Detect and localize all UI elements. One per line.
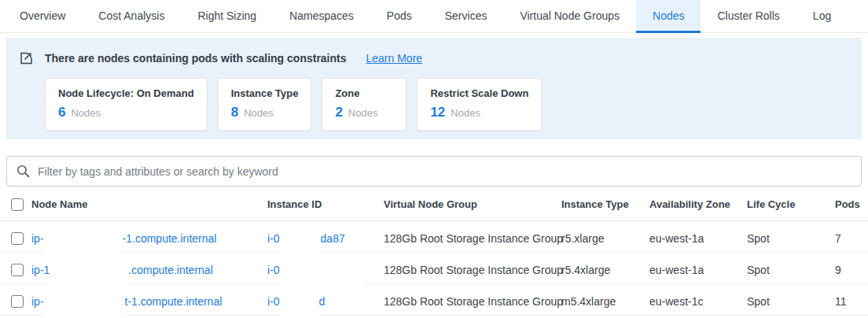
tab-namespaces[interactable]: Namespaces [273, 0, 370, 33]
node-name-link[interactable]: ip- -1.compute.internal [31, 221, 216, 255]
pods-cell: 11 [826, 295, 868, 308]
instance-id-link[interactable]: i-0 d [267, 284, 325, 318]
tab-log[interactable]: Log [796, 0, 848, 33]
virtual-node-group-cell: 128Gb Root Storage Instance Group [384, 264, 561, 276]
instance-id-link[interactable]: i-0 da87 [267, 221, 345, 255]
card-node-lifecycle[interactable]: Node Lifecycle: On Demand 6 Nodes [45, 78, 208, 131]
availability-zone-cell: eu-west-1a [649, 232, 747, 245]
card-unit: Nodes [451, 107, 480, 119]
redacted-text [50, 253, 128, 287]
node-name-link[interactable]: ip- t-1.compute.internal [31, 284, 222, 318]
availability-zone-cell: eu-west-1c [649, 295, 747, 308]
redacted-text [280, 253, 365, 287]
virtual-node-group-cell: 128Gb Root Storage Instance Group [384, 232, 561, 245]
card-count: 6 [58, 105, 65, 120]
select-all-checkbox[interactable] [11, 198, 24, 211]
header-availability-zone: Availability Zone [649, 198, 747, 210]
instance-type-cell: m5.4xlarge [561, 295, 649, 308]
learn-more-link[interactable]: Learn More [366, 52, 423, 65]
card-title: Restrict Scale Down [430, 87, 528, 99]
tab-cost-analysis[interactable]: Cost Analysis [82, 0, 181, 33]
row-checkbox[interactable] [11, 295, 24, 308]
card-title: Node Lifecycle: On Demand [58, 87, 194, 99]
header-life-cycle: Life Cycle [747, 198, 826, 210]
header-virtual-node-group: Virtual Node Group [384, 198, 561, 210]
redacted-text [44, 285, 125, 318]
redacted-text [280, 285, 319, 318]
instance-type-cell: r5.xlarge [561, 232, 649, 245]
instance-id-link[interactable]: i-0 [267, 253, 365, 287]
scaling-constraints-banner: There are nodes containing pods with sca… [6, 38, 862, 139]
redacted-text [280, 222, 321, 255]
card-instance-type[interactable]: Instance Type 8 Nodes [218, 78, 312, 131]
tab-overview[interactable]: Overview [3, 0, 82, 33]
pods-cell: 7 [826, 232, 868, 245]
table-row: ip- -1.compute.internal i-0 da87 128Gb R… [0, 221, 868, 253]
header-instance-type: Instance Type [561, 198, 649, 210]
nodes-table: Node Name Instance ID Virtual Node Group… [0, 188, 868, 316]
tab-virtual-node-groups[interactable]: Virtual Node Groups [503, 0, 636, 33]
life-cycle-cell: Spot [747, 264, 826, 276]
row-checkbox[interactable] [11, 232, 24, 245]
scale-up-icon [19, 51, 33, 65]
tab-pods[interactable]: Pods [370, 0, 428, 33]
virtual-node-group-cell: 128Gb Root Storage Instance Group [384, 295, 561, 308]
card-count: 12 [430, 105, 445, 120]
card-title: Instance Type [231, 87, 299, 99]
search-icon [17, 165, 30, 178]
card-unit: Nodes [244, 107, 274, 119]
card-unit: Nodes [348, 107, 378, 119]
availability-zone-cell: eu-west-1a [649, 264, 747, 276]
tab-right-sizing[interactable]: Right Sizing [181, 0, 273, 33]
life-cycle-cell: Spot [747, 295, 826, 308]
tab-services[interactable]: Services [428, 0, 504, 33]
search-input[interactable] [38, 165, 851, 178]
filter-bar [6, 156, 862, 187]
header-pods: Pods [826, 198, 868, 210]
life-cycle-cell: Spot [747, 232, 826, 245]
card-count: 2 [335, 105, 342, 120]
tab-nodes[interactable]: Nodes [636, 0, 701, 33]
tab-bar: Overview Cost Analysis Right Sizing Name… [0, 0, 868, 33]
tab-cluster-rolls[interactable]: Cluster Rolls [701, 0, 796, 33]
card-restrict-scale-down[interactable]: Restrict Scale Down 12 Nodes [417, 78, 542, 131]
header-node-name: Node Name [31, 198, 267, 210]
table-row: ip- t-1.compute.internal i-0 d 128Gb Roo… [0, 284, 868, 316]
constraint-cards: Node Lifecycle: On Demand 6 Nodes Instan… [45, 78, 849, 131]
card-unit: Nodes [71, 107, 101, 119]
redacted-text [44, 222, 123, 255]
row-checkbox[interactable] [11, 264, 24, 276]
card-zone[interactable]: Zone 2 Nodes [322, 78, 406, 131]
table-header-row: Node Name Instance ID Virtual Node Group… [0, 188, 868, 221]
instance-type-cell: r5.4xlarge [561, 264, 649, 276]
node-name-link[interactable]: ip-1 .compute.internal [31, 253, 213, 287]
table-row: ip-1 .compute.internal i-0 128Gb Root St… [0, 253, 868, 284]
card-count: 8 [231, 105, 238, 120]
banner-message: There are nodes containing pods with sca… [45, 52, 347, 65]
header-instance-id: Instance ID [267, 198, 384, 210]
pods-cell: 9 [826, 264, 868, 276]
card-title: Zone [335, 87, 393, 99]
